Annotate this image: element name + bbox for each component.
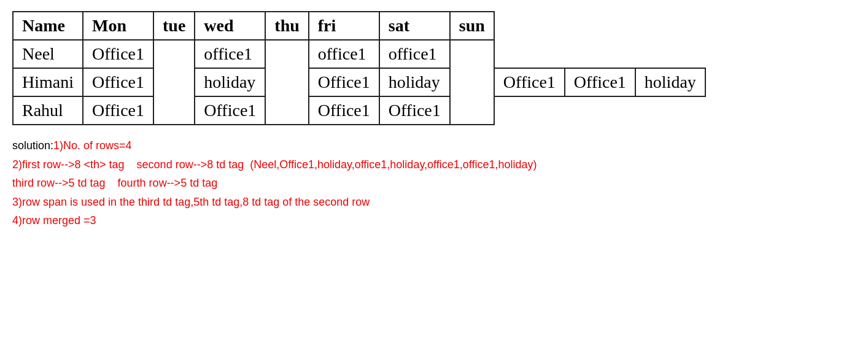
solution-line2-part3: [244, 155, 250, 174]
solution-line2-part1: 2)first row-->8 <th> tag: [12, 155, 125, 174]
cell-neel-name: Neel: [13, 40, 83, 68]
solution-line5-text: 4)row merged =3: [12, 211, 96, 230]
solution-line3-spacer: [106, 174, 118, 193]
table-row: Himani Office1 holiday Office1 holiday O…: [13, 68, 705, 96]
solution-line3-part1: third row-->5 td tag: [12, 174, 106, 193]
cell-neel-sun: [450, 40, 494, 125]
solution-line-1: solution: 1)No. of rows=4: [12, 136, 856, 155]
table-row: Neel Office1 office1 office1 office1: [13, 40, 705, 68]
solution-line2-part2: [125, 155, 137, 174]
cell-himani-sun: holiday: [635, 68, 705, 96]
solution-line1-text: 1)No. of rows=4: [53, 136, 132, 155]
cell-himani-tue: holiday: [195, 68, 265, 96]
solution-label: solution:: [12, 136, 53, 155]
cell-himani-name: Himani: [13, 68, 83, 96]
solution-line-4: 3)row span is used in the third td tag,5…: [12, 193, 856, 212]
table-row: Rahul Office1 Office1 Office1 Office1: [13, 96, 705, 125]
cell-himani-fri: Office1: [494, 68, 565, 96]
solution-line2-part3-text: (Neel,Office1,holiday,office1,holiday,of…: [250, 155, 537, 174]
cell-rahul-fri: Office1: [309, 96, 379, 125]
solution-line-2: 2)first row-->8 <th> tag second row-->8 …: [12, 155, 856, 174]
solution-block: solution: 1)No. of rows=4 2)first row-->…: [12, 136, 856, 230]
cell-rahul-sat: Office1: [379, 96, 450, 125]
solution-line2-part2-text: second row-->8 td tag: [137, 155, 244, 174]
cell-rahul-mon: Office1: [83, 96, 153, 125]
header-row: Name Mon tue wed thu fri sat sun: [13, 12, 705, 40]
cell-himani-wed: Office1: [309, 68, 379, 96]
cell-neel-tue: [153, 40, 195, 125]
solution-line4-text: 3)row span is used in the third td tag,5…: [12, 193, 370, 212]
cell-rahul-wed: Office1: [195, 96, 265, 125]
solution-line-5: 4)row merged =3: [12, 211, 856, 230]
col-header-tue: tue: [153, 12, 195, 40]
cell-rahul-name: Rahul: [13, 96, 83, 125]
col-header-name: Name: [13, 12, 83, 40]
col-header-fri: fri: [309, 12, 379, 40]
cell-neel-mon: Office1: [83, 40, 153, 68]
cell-himani-mon: Office1: [83, 68, 153, 96]
col-header-thu: thu: [265, 12, 308, 40]
cell-himani-thu: holiday: [379, 68, 450, 96]
col-header-mon: Mon: [83, 12, 153, 40]
cell-neel-thu: [265, 40, 308, 125]
cell-neel-wed: office1: [195, 40, 265, 68]
solution-line-3: third row-->5 td tag fourth row-->5 td t…: [12, 174, 856, 193]
cell-himani-sat: Office1: [565, 68, 635, 96]
solution-line3-part2: fourth row-->5 td tag: [118, 174, 218, 193]
cell-neel-sat: office1: [379, 40, 450, 68]
cell-neel-fri: office1: [309, 40, 379, 68]
schedule-table-container: Name Mon tue wed thu fri sat sun Neel Of…: [12, 11, 856, 125]
col-header-sun: sun: [450, 12, 494, 40]
col-header-sat: sat: [379, 12, 450, 40]
col-header-wed: wed: [195, 12, 265, 40]
schedule-table: Name Mon tue wed thu fri sat sun Neel Of…: [12, 11, 706, 125]
